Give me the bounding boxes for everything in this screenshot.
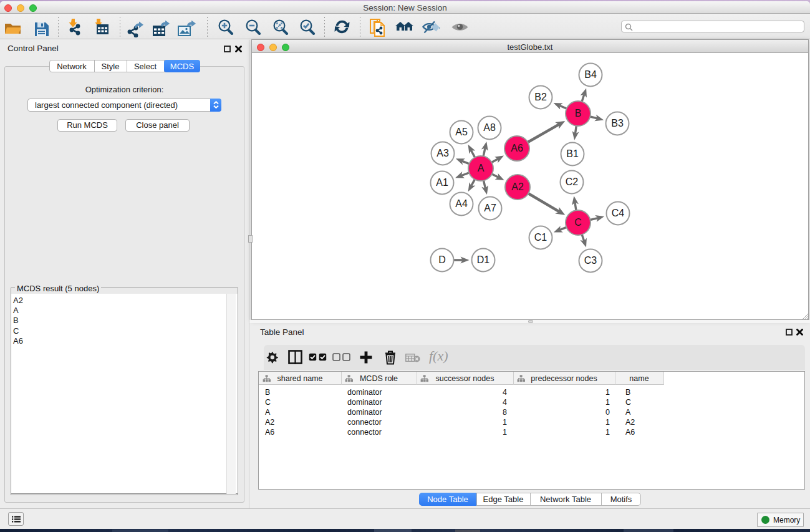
svg-text:B3: B3 [611,118,624,128]
svg-text:A6: A6 [511,143,523,153]
svg-text:B4: B4 [584,69,597,80]
svg-text:B1: B1 [566,148,579,159]
svg-text:B: B [575,108,582,118]
svg-text:B2: B2 [534,92,547,102]
svg-text:A5: A5 [455,127,468,137]
svg-text:A3: A3 [436,148,449,158]
svg-text:D: D [438,254,446,265]
svg-text:A7: A7 [484,203,496,213]
svg-text:A4: A4 [455,198,468,209]
svg-text:D1: D1 [477,254,490,265]
svg-text:A2: A2 [511,181,524,192]
svg-text:A1: A1 [436,177,448,188]
svg-text:C2: C2 [566,177,579,187]
svg-text:C1: C1 [534,232,547,243]
svg-text:C4: C4 [612,208,625,218]
svg-text:A8: A8 [483,122,496,133]
svg-text:A: A [478,163,485,173]
svg-text:C3: C3 [584,255,597,266]
svg-text:C: C [574,217,582,228]
